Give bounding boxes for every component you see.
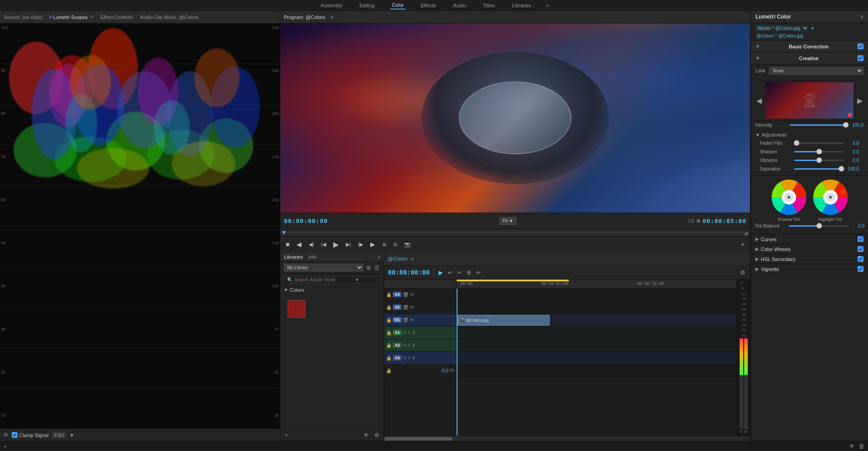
settings-plus-button[interactable]: + — [739, 240, 746, 249]
tint-balance-slider[interactable] — [789, 225, 849, 227]
saturation-slider[interactable] — [794, 168, 844, 170]
preview-prev-button[interactable]: ◀ — [755, 96, 764, 105]
program-menu-icon[interactable]: ≡ — [330, 14, 333, 20]
color-swatch[interactable] — [288, 300, 306, 318]
nav-item-assembly[interactable]: Assembly — [319, 2, 344, 9]
preview-next-button[interactable]: ▶ — [855, 96, 864, 105]
library-preview-button[interactable]: 👁 — [363, 431, 370, 439]
solo-a1[interactable]: M — [403, 330, 407, 335]
slip-tool[interactable]: ⊕ — [466, 268, 472, 277]
overwrite-button[interactable]: ⊟ — [392, 241, 399, 248]
play-button[interactable]: ▶ — [331, 239, 340, 250]
list-view-button[interactable]: ☰ — [373, 264, 380, 272]
grid-view-button[interactable]: ⊞ — [365, 264, 372, 272]
track-select-tool[interactable]: ▶ — [438, 268, 444, 277]
solo-a2[interactable]: M — [403, 343, 407, 347]
preview-toggle[interactable]: 👁 — [849, 443, 855, 450]
clamp-signal-label[interactable]: Clamp Signal — [12, 432, 48, 438]
magnifier-icon[interactable]: ⊕ — [696, 218, 701, 224]
color-wheels-toggle[interactable] — [858, 246, 863, 252]
scrollbar-thumb[interactable] — [384, 437, 452, 441]
eye-icon-v2[interactable]: 👁 — [410, 305, 414, 310]
nav-item-audio[interactable]: Audio — [451, 2, 467, 9]
pen-tool[interactable]: ✏ — [475, 268, 482, 277]
eye-icon-v3[interactable]: 👁 — [410, 292, 414, 297]
export-frame-button[interactable]: 📷 — [402, 241, 412, 248]
tab-libraries[interactable]: Libraries — [284, 254, 303, 260]
vignette-label[interactable]: Vignette — [761, 266, 858, 272]
nav-item-libraries[interactable]: Libraries — [510, 2, 533, 9]
creative-toggle[interactable] — [858, 55, 863, 61]
search-input[interactable] — [294, 277, 353, 282]
faded-film-slider[interactable] — [794, 142, 844, 144]
highlight-tint-wheel[interactable] — [812, 179, 849, 215]
adjustments-header[interactable]: ▼ Adjustments — [755, 131, 863, 139]
step-back-frame[interactable]: ◀ — [295, 240, 303, 249]
hsl-toggle[interactable] — [858, 256, 863, 262]
search-filter-icon[interactable]: ▼ — [355, 277, 359, 282]
my-library-select[interactable]: My Library — [284, 264, 363, 271]
eye-icon-v1[interactable]: 👁 — [410, 318, 414, 323]
add-panel-button[interactable]: + — [4, 443, 7, 450]
tab-audio-clip-mixer[interactable]: Audio Clip Mixer: @Colors — [140, 14, 198, 20]
basic-correction-toggle[interactable] — [858, 43, 863, 49]
nav-item-color[interactable]: Color — [390, 1, 406, 9]
master-arrow[interactable]: ▼ — [811, 26, 815, 31]
intensity-slider-track[interactable] — [790, 124, 848, 126]
sharpen-slider[interactable] — [794, 151, 844, 152]
faded-film-thumb[interactable] — [794, 140, 799, 146]
hsl-label[interactable]: HSL Secondary — [761, 256, 858, 262]
razor-tool[interactable]: ✂ — [456, 268, 463, 277]
solo-a3[interactable]: M — [403, 356, 407, 360]
mute-a1[interactable]: S — [408, 330, 410, 335]
tab-lumetri-scopes[interactable]: Lumetri Scopes ≡ — [50, 14, 93, 20]
intensity-slider-thumb[interactable] — [843, 122, 849, 128]
fit-dropdown[interactable]: Fit ▼ — [500, 217, 517, 225]
tint-balance-thumb[interactable] — [816, 223, 822, 228]
vignette-toggle[interactable] — [858, 266, 863, 272]
scope-tool-icon[interactable]: ⚙ — [4, 432, 8, 438]
color-wheels-label[interactable]: Color Wheels — [761, 247, 858, 252]
go-to-out-button[interactable]: ▶| — [344, 241, 353, 248]
colors-folder[interactable]: ▼ Colors — [280, 285, 384, 294]
sharpen-thumb[interactable] — [816, 149, 822, 154]
saturation-thumb[interactable] — [839, 166, 844, 171]
library-settings-button[interactable]: ⚙ — [373, 431, 380, 439]
clip-label[interactable]: @Colors * @Colors.jpg — [756, 33, 803, 38]
curves-label[interactable]: Curves — [761, 237, 858, 242]
tab-menu-icon[interactable]: ≡ — [90, 14, 93, 19]
loop-icon[interactable]: ⟳ — [450, 367, 454, 374]
look-dropdown[interactable]: None — [769, 67, 863, 75]
stop-button[interactable]: ■ — [284, 240, 291, 249]
library-more-button[interactable]: » — [377, 254, 380, 260]
clamp-signal-checkbox[interactable] — [12, 432, 18, 438]
nav-item-titles[interactable]: Titles — [481, 2, 497, 9]
mute-a2[interactable]: S — [408, 343, 410, 347]
timeline-scrollbar[interactable] — [384, 436, 750, 441]
nav-more-button[interactable]: » — [547, 3, 549, 8]
go-to-in-button[interactable]: |◀ — [319, 241, 328, 248]
creative-section-header[interactable]: ▼ Creative — [751, 52, 868, 64]
timeline-menu-icon[interactable]: ≡ — [411, 256, 414, 261]
step-forward-button[interactable]: |▶ — [356, 241, 365, 248]
bit-depth-arrow[interactable]: ▼ — [69, 432, 74, 438]
ripple-edit-tool[interactable]: ↩ — [447, 268, 453, 277]
add-item-button[interactable]: + — [284, 431, 289, 439]
mute-a3[interactable]: S — [408, 356, 410, 360]
trash-button[interactable]: 🗑 — [859, 443, 864, 450]
bit-depth-label[interactable]: 8 Bit — [52, 432, 66, 438]
timeline-settings-button[interactable]: ⚙ — [739, 268, 746, 277]
insert-button[interactable]: ⊞ — [381, 241, 388, 248]
nav-item-editing[interactable]: Editing — [358, 2, 377, 9]
vibrance-thumb[interactable] — [816, 157, 822, 163]
step-back-button[interactable]: ◀| — [307, 241, 316, 248]
basic-correction-section-header[interactable]: ▼ Basic Correction — [751, 41, 868, 52]
lumetri-menu-icon[interactable]: ≡ — [861, 14, 863, 19]
curves-toggle[interactable] — [858, 236, 863, 242]
work-area-bar[interactable] — [457, 280, 569, 281]
playhead-marker[interactable] — [282, 231, 286, 235]
vibrance-slider[interactable] — [794, 160, 844, 161]
shadow-tint-wheel[interactable] — [771, 179, 807, 215]
step-forward-frame[interactable]: ▶ — [368, 240, 377, 249]
master-select[interactable]: Master * @Colors.jpg — [755, 25, 809, 32]
